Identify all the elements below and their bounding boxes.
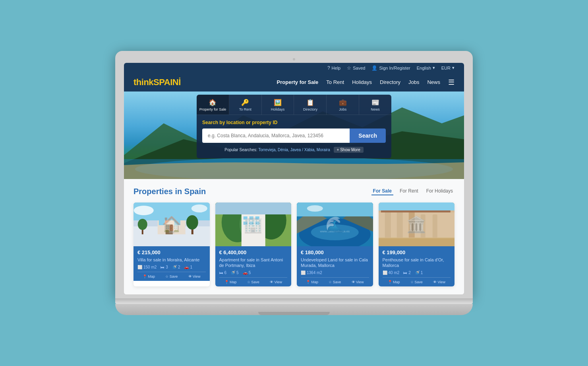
save-action-4[interactable]: ☆ Save <box>410 280 423 284</box>
section-title: Properties in Spain <box>133 187 206 196</box>
currency-selector[interactable]: EUR ▾ <box>441 65 455 70</box>
help-icon: ? <box>327 65 330 71</box>
utility-bar: ? Help ☆ Saved 👤 Sign In/Register Englis… <box>124 63 464 73</box>
area-spec-3: ⬜ 1364 m2 <box>301 271 322 275</box>
svg-point-35 <box>311 224 359 240</box>
view-action-1[interactable]: 👁 View <box>188 274 201 278</box>
help-label: Help <box>332 66 341 70</box>
language-selector[interactable]: English ▾ <box>417 65 435 70</box>
nav-news[interactable]: News <box>427 79 440 85</box>
tab-property-sale[interactable]: 🏠 Property for Sale <box>197 95 229 115</box>
tab-to-rent[interactable]: 🔑 To Rent <box>229 95 262 115</box>
popular-items: Torrevieja, Dénia, Javea / Xàbia, Morair… <box>258 148 330 152</box>
card-price-3: € 180,000 <box>301 249 369 255</box>
card-title-2: Apartment for sale in Sant Antoni de Por… <box>219 257 288 269</box>
newspaper-icon: 📰 <box>371 99 379 106</box>
popular-link[interactable]: Torrevieja, Dénia, Javea / Xàbia, Morair… <box>258 148 330 152</box>
svg-rect-27 <box>243 222 247 225</box>
nav-jobs[interactable]: Jobs <box>408 79 419 85</box>
svg-rect-48 <box>379 212 455 238</box>
svg-rect-6 <box>133 226 210 246</box>
card-image-1 <box>133 202 210 246</box>
help-link[interactable]: ? Help <box>327 65 340 71</box>
laptop-screen: ? Help ☆ Saved 👤 Sign In/Register Englis… <box>124 63 464 295</box>
filter-for-rent[interactable]: For Rent <box>398 187 420 195</box>
tab-news[interactable]: 📰 News <box>359 95 391 115</box>
garage-icon-1: 🚗 <box>184 265 189 269</box>
svg-point-13 <box>134 206 154 215</box>
tab-news-label: News <box>371 107 380 111</box>
card-info-2: € 6,400,000 Apartment for sale in Sant A… <box>215 246 292 287</box>
card-actions-4: 📍 Map ☆ Save 👁 View <box>383 277 451 284</box>
svg-point-14 <box>191 204 207 212</box>
bath-icon-1: 🚿 <box>172 265 177 269</box>
logo-thin: think <box>133 77 153 87</box>
card-title-3: Undeveloped Land for sale in Cala Murada… <box>301 257 369 269</box>
svg-rect-47 <box>379 202 455 210</box>
svg-text:www.calamallorca.es: www.calamallorca.es <box>319 230 350 233</box>
currency-label: EUR <box>441 66 451 70</box>
bath-icon-4: 🚿 <box>415 271 420 275</box>
card-specs-3: ⬜ 1364 m2 <box>301 271 369 275</box>
tab-holidays-label: Holidays <box>271 107 285 111</box>
laptop-shell: ? Help ☆ Saved 👤 Sign In/Register Englis… <box>115 51 473 315</box>
hero-section: 🏠 Property for Sale 🔑 To Rent 🖼️ Holiday… <box>124 92 464 179</box>
tab-directory[interactable]: 📋 Directory <box>294 95 327 115</box>
map-action-4[interactable]: 📍 Map <box>388 280 400 284</box>
svg-rect-23 <box>241 214 265 246</box>
filter-for-holidays[interactable]: For Holidays <box>425 187 455 195</box>
card-image-2 <box>215 202 292 246</box>
svg-point-16 <box>186 215 198 230</box>
card-info-1: € 215,000 Villa for sale in Moralra, Ali… <box>133 246 210 281</box>
area-spec-1: ⬜ 150 m2 <box>137 265 157 269</box>
filter-for-sale[interactable]: For Sale <box>371 187 393 195</box>
saved-link[interactable]: ☆ Saved <box>347 65 365 71</box>
signin-label: Sign In/Register <box>379 66 410 70</box>
hamburger-menu[interactable]: ☰ <box>448 78 455 87</box>
card-actions-3: 📍 Map ☆ Save 👁 View <box>301 277 369 284</box>
card-specs-1: ⬜ 150 m2 🛏 3 🚿 2 🚗 1 <box>137 265 206 269</box>
save-action-1[interactable]: ☆ Save <box>165 274 178 278</box>
save-action-2[interactable]: ☆ Save <box>247 280 259 284</box>
search-button[interactable]: Search <box>350 128 386 143</box>
map-action-2[interactable]: 📍 Map <box>224 280 237 284</box>
tab-rent-label: To Rent <box>239 107 251 111</box>
bed-spec-1: 🛏 3 <box>161 265 168 269</box>
bath-spec-2: 🚿 5 <box>230 271 239 275</box>
map-action-3[interactable]: 📍 Map <box>306 280 318 284</box>
show-more-button[interactable]: + Show More <box>334 147 364 153</box>
svg-rect-25 <box>249 216 253 220</box>
search-body: Search by location or property ID Search… <box>197 115 391 158</box>
bed-icon-4: 🛏 <box>403 271 407 275</box>
properties-section: Properties in Spain For Sale For Rent Fo… <box>124 179 464 295</box>
chevron-down-icon-2: ▾ <box>452 65 455 70</box>
view-action-4[interactable]: 👁 View <box>433 280 445 284</box>
bed-spec-2: 🛏 6 <box>219 271 227 275</box>
nav-holidays[interactable]: Holidays <box>352 79 372 85</box>
nav-directory[interactable]: Directory <box>380 79 400 85</box>
nav-property-sale[interactable]: Property for Sale <box>277 79 319 85</box>
property-cards-grid: € 215,000 Villa for sale in Moralra, Ali… <box>133 202 455 287</box>
garage-spec-2: 🚗 5 <box>243 271 251 275</box>
svg-rect-11 <box>174 220 180 225</box>
svg-point-37 <box>307 205 323 212</box>
card-price-4: € 199,000 <box>383 249 451 255</box>
map-action-1[interactable]: 📍 Map <box>143 274 155 278</box>
tab-holidays[interactable]: 🖼️ Holidays <box>262 95 294 115</box>
area-icon-4: ⬜ <box>383 271 387 275</box>
nav-to-rent[interactable]: To Rent <box>326 79 344 85</box>
view-action-3[interactable]: 👁 View <box>352 280 364 284</box>
svg-rect-46 <box>379 238 455 246</box>
signin-link[interactable]: 👤 Sign In/Register <box>371 65 410 71</box>
clipboard-icon: 📋 <box>306 99 314 106</box>
search-input[interactable] <box>202 128 350 143</box>
svg-rect-8 <box>158 218 186 234</box>
view-action-2[interactable]: 👁 View <box>270 280 282 284</box>
area-icon-1: ⬜ <box>137 265 142 269</box>
tab-jobs[interactable]: 💼 Jobs <box>327 95 359 115</box>
webcam-dot <box>293 58 295 60</box>
main-nav: thinkSPAINİ Property for Sale To Rent Ho… <box>124 73 464 92</box>
save-action-3[interactable]: ☆ Save <box>329 280 341 284</box>
card-price-1: € 215,000 <box>137 249 206 255</box>
site-logo[interactable]: thinkSPAINİ <box>133 77 181 88</box>
